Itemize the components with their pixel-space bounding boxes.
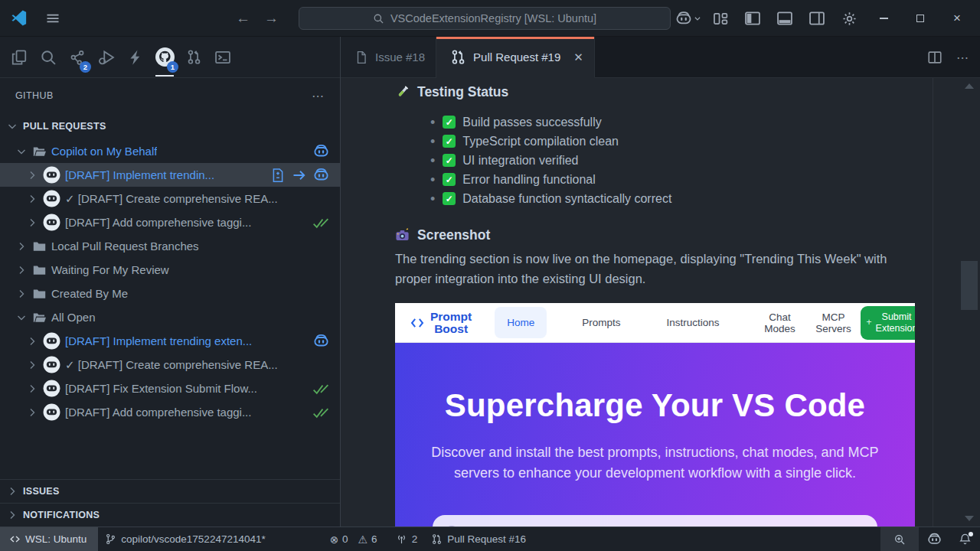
activity-github-button[interactable]: 1 — [150, 37, 179, 78]
tree-item[interactable]: ✓ [DRAFT] Create comprehensive REA... — [0, 187, 340, 210]
tree-item[interactable]: [DRAFT] Implement trendin... — [0, 163, 340, 187]
ports-indicator[interactable]: 2 — [389, 527, 425, 551]
tree-item[interactable]: [DRAFT] Add comprehensive taggi... — [0, 210, 340, 234]
activity-copilot-flash-button[interactable] — [121, 37, 150, 78]
branch-indicator[interactable]: copilot/vscode1752247214041* — [98, 527, 272, 551]
notifications-bell[interactable] — [950, 527, 980, 551]
command-center[interactable]: VSCodeExtensionRegistry [WSL: Ubuntu] — [299, 7, 671, 30]
activity-search-button[interactable] — [34, 37, 63, 78]
copilot-menu-button[interactable] — [675, 5, 701, 31]
copilot-icon[interactable] — [313, 167, 329, 183]
maximize-button[interactable] — [905, 0, 936, 37]
chevron-right-icon[interactable] — [15, 240, 28, 253]
split-editor-icon[interactable] — [927, 50, 942, 65]
sidebar-view-title: GITHUB — [15, 90, 54, 101]
tree-item[interactable]: [DRAFT] Add comprehensive taggi... — [0, 400, 340, 424]
hero-title: Supercharge Your VS Code — [395, 387, 915, 424]
section-issues[interactable]: ISSUES — [0, 479, 340, 503]
remote-icon — [9, 533, 21, 545]
tab-pull-request-19[interactable]: Pull Request #19✕ — [436, 37, 595, 78]
tree-item[interactable]: [DRAFT] Implement trending exten... — [0, 329, 340, 353]
activity-source-control-button[interactable]: 2 — [63, 37, 92, 78]
tree-item[interactable]: All Open — [0, 305, 340, 329]
close-window-button[interactable]: × — [942, 0, 972, 37]
chevron-right-icon[interactable] — [26, 217, 38, 229]
activity-pull-request-button[interactable] — [179, 37, 208, 78]
folder-icon — [32, 262, 47, 277]
activity-terminal-button[interactable] — [208, 37, 237, 78]
chevron-right-icon[interactable] — [26, 406, 38, 419]
chevron-down-icon[interactable] — [15, 145, 28, 158]
close-tab-icon[interactable]: ✕ — [573, 51, 583, 64]
checked-checkbox-icon: ✓ — [443, 192, 456, 205]
tree-item[interactable]: Copilot on My Behalf — [0, 139, 340, 163]
diff-file-icon[interactable] — [270, 168, 286, 183]
layout-customize-icon[interactable] — [707, 5, 733, 31]
settings-gear-icon[interactable] — [836, 5, 862, 31]
tree-item[interactable]: ✓ [DRAFT] Create comprehensive REA... — [0, 353, 340, 377]
toggle-primary-sidebar-icon[interactable] — [740, 5, 766, 31]
chevron-right-icon — [6, 509, 18, 521]
copilot-icon[interactable] — [313, 143, 329, 159]
activity-explorer-button[interactable] — [5, 37, 34, 78]
status-pull-request[interactable]: Pull Request #16 — [424, 527, 533, 551]
vscode-window: ← → VSCodeExtensionRegistry [WSL: Ubuntu… — [0, 0, 980, 551]
copilot-icon[interactable] — [313, 333, 329, 349]
toggle-secondary-sidebar-icon[interactable] — [804, 5, 830, 31]
site-logo[interactable]: PromptBoost — [430, 311, 472, 335]
zoom-indicator[interactable] — [880, 527, 919, 551]
remote-indicator[interactable]: WSL: Ubuntu — [0, 527, 98, 551]
double-check-icon — [312, 380, 329, 397]
pr-description-webview: Testing Status •✓Build passes successful… — [341, 78, 980, 527]
site-nav-chat-modes[interactable]: Chat Modes — [756, 308, 804, 337]
site-nav-home[interactable]: Home — [495, 307, 547, 338]
scroll-up-arrow[interactable] — [965, 83, 974, 89]
tree-item-label: Created By Me — [51, 287, 128, 300]
arrow-right-icon[interactable] — [292, 168, 307, 183]
tree-item-label: [DRAFT] Add comprehensive taggi... — [65, 406, 251, 419]
copilot-avatar-icon — [43, 214, 60, 231]
chevron-right-icon[interactable] — [26, 193, 38, 205]
view-more-actions-icon[interactable]: ⋯ — [312, 89, 325, 103]
hero-subtitle: Discover and install the best prompts, i… — [416, 442, 893, 484]
minimize-button[interactable] — [868, 0, 899, 37]
site-nav-mcp-servers[interactable]: MCP Servers — [810, 308, 858, 337]
submit-extension-button[interactable]: + Submit Extension — [861, 306, 915, 340]
tree-item[interactable]: Waiting For My Review — [0, 258, 340, 282]
site-hero: Supercharge Your VS Code Discover and in… — [395, 343, 915, 527]
chevron-right-icon[interactable] — [26, 359, 38, 371]
copilot-status[interactable] — [919, 527, 950, 551]
tree-item[interactable]: Created By Me — [0, 282, 340, 305]
back-button[interactable]: ← — [236, 10, 250, 27]
toggle-panel-icon[interactable] — [772, 5, 798, 31]
scrollbar-thumb[interactable] — [961, 261, 978, 310]
copilot-avatar-icon — [43, 403, 60, 421]
pull-requests-tree: Copilot on My Behalf[DRAFT] Implement tr… — [0, 139, 340, 424]
chevron-right-icon[interactable] — [15, 264, 28, 276]
checked-checkbox-icon: ✓ — [443, 173, 456, 186]
forward-button[interactable]: → — [264, 10, 279, 27]
chevron-right-icon[interactable] — [26, 335, 38, 347]
tree-item[interactable]: [DRAFT] Fix Extension Submit Flow... — [0, 377, 340, 400]
editor-more-actions-icon[interactable]: ⋯ — [956, 51, 969, 65]
search-icon — [373, 13, 384, 24]
chevron-right-icon[interactable] — [15, 288, 28, 300]
section-notifications[interactable]: NOTIFICATIONS — [0, 503, 340, 527]
tree-item[interactable]: Local Pull Request Branches — [0, 234, 340, 258]
folder-icon — [32, 239, 47, 253]
site-nav-prompts[interactable]: Prompts — [574, 312, 628, 333]
chevron-right-icon[interactable] — [26, 169, 38, 181]
copilot-avatar-icon — [43, 190, 60, 207]
site-nav-instructions[interactable]: Instructions — [659, 312, 727, 333]
chevron-down-icon[interactable] — [15, 311, 28, 324]
tab-issue-18[interactable]: Issue #18 — [341, 37, 436, 77]
chevron-right-icon[interactable] — [26, 383, 38, 395]
activity-run-debug-button[interactable] — [92, 37, 121, 78]
menu-icon[interactable] — [45, 11, 60, 26]
scroll-down-arrow[interactable] — [965, 516, 974, 521]
site-search-input[interactable]: Search extensions, prompts, instructions… — [433, 515, 877, 527]
problems-indicator[interactable]: ⊗ 0 ⚠ 6 — [323, 527, 384, 551]
folder-open-icon — [32, 310, 47, 324]
checklist-item: •✓Database function syntactically correc… — [395, 189, 915, 208]
section-pull-requests[interactable]: PULL REQUESTS — [0, 113, 340, 139]
